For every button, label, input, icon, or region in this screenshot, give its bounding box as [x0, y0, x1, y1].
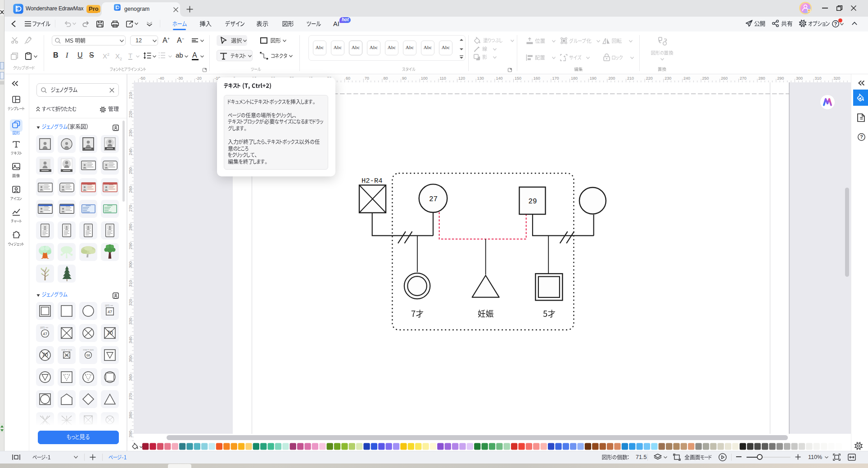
svg-text:?: ? [834, 21, 837, 27]
svg-text:27: 27 [429, 195, 438, 203]
svg-text:1973: 1973 [105, 305, 110, 307]
svg-text:47: 47 [43, 332, 47, 336]
svg-text:68: 68 [86, 354, 90, 357]
svg-text:47: 47 [108, 310, 112, 314]
svg-text:70: 70 [42, 352, 48, 358]
svg-text:29: 29 [528, 198, 537, 206]
svg-text:2005: 2005 [90, 349, 94, 351]
svg-text:1973: 1973 [40, 327, 45, 329]
svg-text:?: ? [860, 134, 863, 140]
svg-text:H2-R4: H2-R4 [362, 177, 383, 185]
svg-text:70: 70 [107, 330, 113, 336]
svg-text:68: 68 [65, 354, 68, 357]
svg-text:1938: 1938 [61, 349, 66, 351]
svg-text:2005: 2005 [68, 349, 72, 351]
svg-text:1938: 1938 [83, 349, 87, 351]
